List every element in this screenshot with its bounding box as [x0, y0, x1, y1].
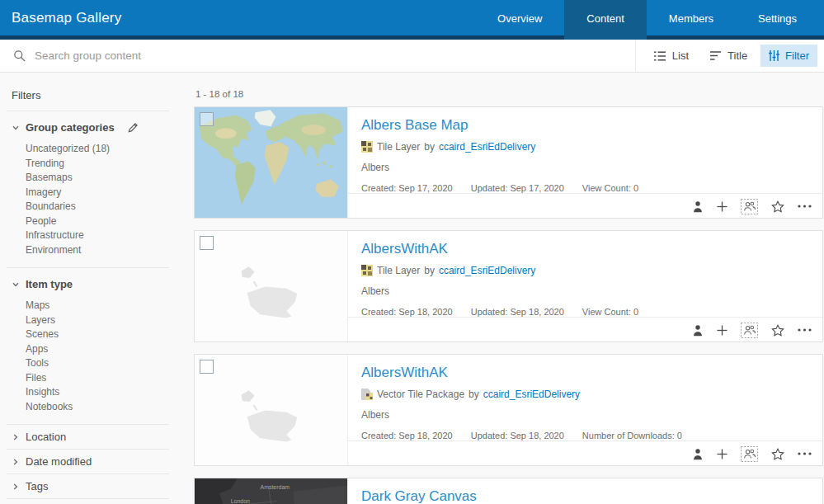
pencil-icon[interactable] — [127, 122, 139, 134]
filter-item[interactable]: Trending — [12, 157, 169, 172]
filter-item[interactable]: People — [12, 214, 169, 229]
tab-overview[interactable]: Overview — [475, 0, 564, 40]
item-actions — [348, 317, 822, 342]
item-thumbnail[interactable] — [195, 231, 348, 341]
chevron-down-icon — [12, 124, 20, 132]
item-type-row: Tile Layerbyccaird_EsriEdDelivery — [361, 265, 811, 276]
owner-link[interactable]: ccaird_EsriEdDelivery — [483, 389, 580, 400]
item-title-link[interactable]: Dark Gray Canvas — [361, 488, 811, 504]
filter-item[interactable]: Environment — [12, 243, 169, 258]
item-type: Vector Tile Package — [377, 389, 464, 400]
owner-icon[interactable] — [692, 324, 704, 337]
more-icon[interactable] — [798, 452, 812, 455]
item-title-link[interactable]: AlbersWithAK — [361, 241, 811, 257]
filter-section-tags[interactable]: Tags — [12, 480, 169, 492]
group-share-icon[interactable] — [741, 323, 758, 338]
item-checkbox[interactable] — [200, 236, 214, 250]
filter-item[interactable]: Uncategorized (18) — [12, 142, 169, 157]
owner-link[interactable]: ccaird_EsriEdDelivery — [439, 141, 535, 153]
item-checkbox[interactable] — [200, 112, 214, 126]
meta-item: View Count: 0 — [582, 183, 638, 193]
filter-item[interactable]: Notebooks — [12, 400, 169, 415]
item-details: AlbersWithAKVector Tile Packagebyccaird_… — [348, 355, 822, 440]
albers-us-image — [195, 231, 347, 341]
filter-section-label: Group categories — [26, 121, 115, 134]
filter-section-item-type[interactable]: Item type — [12, 278, 169, 290]
more-icon[interactable] — [798, 328, 812, 332]
group-share-icon[interactable] — [741, 199, 758, 214]
filter-item[interactable]: Layers — [12, 313, 169, 328]
item-checkbox[interactable] — [200, 360, 214, 374]
meta-item: Updated: Sep 18, 2020 — [471, 307, 564, 317]
list-icon — [654, 51, 666, 61]
favorite-icon[interactable] — [771, 200, 784, 213]
vector-tile-package-icon — [361, 389, 373, 400]
filter-item[interactable]: Imagery — [12, 186, 169, 200]
by-label: by — [469, 389, 479, 400]
favorite-icon[interactable] — [771, 324, 784, 337]
filters-heading: Filters — [12, 89, 169, 101]
item-meta: Created: Sep 17, 2020Updated: Sep 17, 20… — [361, 183, 811, 193]
item-title-link[interactable]: Albers Base Map — [361, 117, 811, 134]
by-label: by — [424, 141, 435, 153]
divider — [7, 424, 169, 425]
world-map-image — [195, 107, 347, 218]
item-details: Dark Gray CanvasWeb Mapbyccaird_EsriEdDe… — [348, 478, 822, 504]
add-icon[interactable] — [717, 201, 727, 212]
filter-section-location[interactable]: Location — [12, 431, 169, 443]
chevron-right-icon — [12, 483, 20, 491]
filter-section-items: Uncategorized (18)TrendingBasemapsImager… — [12, 142, 169, 257]
item-card: LondonAmsterdamBrusselsCZECH REPUBLICDar… — [194, 478, 823, 504]
tab-members[interactable]: Members — [647, 0, 736, 40]
filter-section-date-modified[interactable]: Date modified — [12, 455, 169, 468]
dark-gray-map-image: LondonAmsterdamBrusselsCZECH REPUBLIC — [195, 478, 347, 504]
group-share-icon[interactable] — [741, 446, 758, 462]
meta-item: View Count: 0 — [582, 307, 638, 317]
view-buttons: ListTitleFilter — [635, 40, 824, 73]
item-type-row: Tile Layerbyccaird_EsriEdDelivery — [361, 141, 811, 153]
item-snippet: Albers — [361, 409, 811, 421]
more-icon[interactable] — [798, 205, 812, 208]
filter-item[interactable]: Maps — [12, 299, 169, 313]
item-thumbnail[interactable] — [195, 107, 348, 218]
item-snippet: Albers — [361, 285, 811, 297]
filter-item[interactable]: Insights — [12, 385, 169, 400]
filter-section-group-categories[interactable]: Group categories — [12, 121, 169, 134]
search-input[interactable] — [35, 49, 381, 62]
results-count: 1 - 18 of 18 — [194, 89, 823, 99]
add-icon[interactable] — [717, 325, 727, 336]
tab-settings[interactable]: Settings — [736, 0, 819, 40]
item-thumbnail[interactable]: LondonAmsterdamBrusselsCZECH REPUBLIC — [195, 478, 348, 504]
title-button[interactable]: Title — [702, 45, 756, 67]
item-details: Albers Base MapTile Layerbyccaird_EsriEd… — [348, 107, 822, 193]
filters-sidebar: Filters Group categoriesUncategorized (1… — [0, 73, 169, 504]
filter-item[interactable]: Tools — [12, 356, 169, 371]
owner-link[interactable]: ccaird_EsriEdDelivery — [439, 265, 535, 276]
item-title-link[interactable]: AlbersWithAK — [361, 365, 811, 381]
add-icon[interactable] — [717, 449, 727, 459]
list-button[interactable]: List — [646, 45, 697, 67]
filter-item[interactable]: Scenes — [12, 327, 169, 342]
search-toolbar: ListTitleFilter — [0, 40, 824, 73]
filter-item[interactable]: Files — [12, 371, 169, 386]
item-details: AlbersWithAKTile Layerbyccaird_EsriEdDel… — [348, 231, 822, 317]
item-snippet: Albers — [361, 162, 811, 173]
chevron-down-icon — [12, 280, 20, 289]
favorite-icon[interactable] — [771, 448, 784, 460]
filter-item[interactable]: Basemaps — [12, 171, 169, 186]
meta-item: Number of Downloads: 0 — [582, 431, 682, 440]
item-thumbnail[interactable] — [195, 355, 348, 465]
owner-icon[interactable] — [692, 448, 704, 460]
filter-item[interactable]: Apps — [12, 342, 169, 357]
filter-button[interactable]: Filter — [760, 45, 817, 67]
tab-content[interactable]: Content — [564, 0, 647, 40]
item-type: Tile Layer — [377, 141, 420, 153]
owner-icon[interactable] — [692, 200, 704, 213]
filter-section-items: MapsLayersScenesAppsToolsFilesInsightsNo… — [12, 299, 169, 414]
filter-icon — [769, 50, 779, 61]
item-card: AlbersWithAKVector Tile Packagebyccaird_… — [194, 354, 823, 466]
item-type: Tile Layer — [377, 265, 420, 276]
filter-item[interactable]: Infrastructure — [12, 228, 169, 243]
filter-item[interactable]: Boundaries — [12, 200, 169, 214]
search-box — [13, 49, 635, 62]
